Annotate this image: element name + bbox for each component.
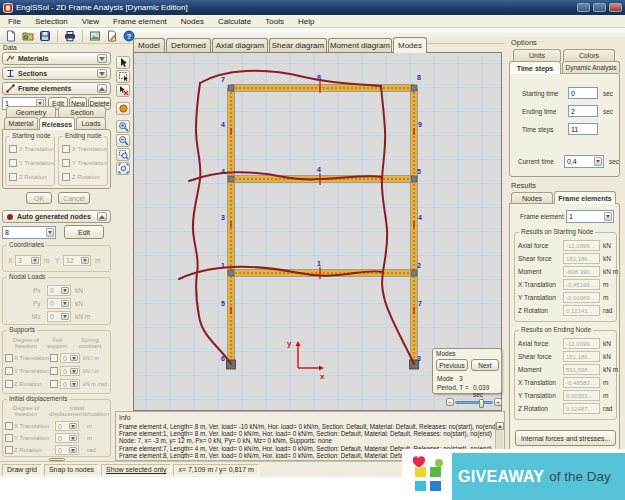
menu-view[interactable]: View: [82, 17, 99, 26]
time-steps-field[interactable]: 11: [568, 123, 598, 135]
menu-tools[interactable]: Tools: [265, 17, 284, 26]
maximize-icon[interactable]: [593, 3, 606, 12]
spinner-icon[interactable]: [70, 381, 78, 387]
tab-section[interactable]: Section: [58, 106, 106, 117]
zoom-extents-icon[interactable]: [116, 162, 130, 175]
current-time-select[interactable]: 0,4: [564, 155, 604, 168]
scroll-up-icon[interactable]: [496, 422, 504, 430]
tab-frame-elements[interactable]: Frame elements: [554, 191, 616, 204]
auto-node-select[interactable]: 8: [2, 226, 56, 239]
menu-frame-element[interactable]: Frame element: [113, 17, 167, 26]
dropdown-arrow-icon[interactable]: [46, 228, 54, 237]
coord-y-field[interactable]: 12: [63, 255, 91, 266]
menu-selection[interactable]: Selection: [35, 17, 68, 26]
initial-x-checkbox[interactable]: [5, 422, 13, 430]
open-file-icon[interactable]: [21, 29, 35, 43]
ok-button[interactable]: OK: [26, 192, 52, 204]
internal-forces-button[interactable]: Internal forces and stresses...: [515, 430, 616, 446]
end-y-translation-checkbox[interactable]: [62, 159, 70, 167]
dropdown-arrow-icon[interactable]: [604, 212, 612, 221]
print-icon[interactable]: [63, 29, 77, 43]
support-y-checkbox[interactable]: [5, 367, 13, 375]
chevron-up-icon[interactable]: [97, 212, 107, 221]
report-icon[interactable]: [105, 29, 119, 43]
initial-z-checkbox[interactable]: [5, 446, 13, 454]
end-x-translation-checkbox[interactable]: [62, 145, 70, 153]
support-z-spring-field[interactable]: 0: [60, 379, 80, 389]
spinner-icon[interactable]: [70, 368, 78, 374]
spinner-icon[interactable]: [69, 435, 77, 441]
marquee-select-icon[interactable]: [116, 70, 130, 83]
save-file-icon[interactable]: [38, 29, 52, 43]
initial-y-field[interactable]: 0: [55, 433, 79, 443]
zoom-out-icon[interactable]: [116, 134, 130, 147]
coord-x-field[interactable]: 3: [15, 255, 41, 266]
support-y-full-checkbox[interactable]: [50, 367, 58, 375]
delete-selection-icon[interactable]: [116, 84, 130, 97]
sections-section-header[interactable]: Sections: [2, 67, 111, 80]
support-z-full-checkbox[interactable]: [50, 380, 58, 388]
status-draw-grid[interactable]: Draw grid: [2, 464, 42, 476]
chevron-up-icon[interactable]: [97, 84, 107, 93]
zoom-slider[interactable]: − +: [446, 397, 502, 407]
cancel-button[interactable]: Cancel: [58, 192, 90, 204]
tab-model[interactable]: Model: [133, 38, 165, 52]
tab-releases[interactable]: Releases: [39, 117, 75, 130]
frame-element-result-select[interactable]: 1: [566, 210, 614, 223]
new-file-icon[interactable]: [4, 29, 18, 43]
support-z-checkbox[interactable]: [5, 380, 13, 388]
zoom-in-icon[interactable]: [116, 120, 130, 133]
status-snap-to-nodes[interactable]: Snap to nodes: [44, 464, 99, 476]
py-field[interactable]: 0: [47, 298, 71, 309]
zoom-window-icon[interactable]: [116, 148, 130, 161]
tab-deformed[interactable]: Deformed: [166, 38, 211, 52]
spinner-icon[interactable]: [69, 423, 77, 429]
tab-axial-diagram[interactable]: Axial diagram: [212, 38, 268, 52]
support-y-spring-field[interactable]: 0: [60, 366, 80, 376]
menu-file[interactable]: File: [8, 17, 21, 26]
giveaway-banner[interactable]: GIVEAWAY of the Day: [402, 449, 625, 500]
support-x-full-checkbox[interactable]: [50, 354, 58, 362]
initial-x-field[interactable]: 0: [55, 421, 79, 431]
title-bar[interactable]: EngiSSol - 2D Frame Analysis [Dynamic Ed…: [0, 0, 625, 15]
tab-loads[interactable]: Loads: [76, 117, 106, 129]
zoom-in-slider-button[interactable]: +: [494, 398, 502, 406]
frame-elements-section-header[interactable]: Frame elements: [2, 82, 111, 95]
start-y-translation-checkbox[interactable]: [9, 159, 17, 167]
menu-nodes[interactable]: Nodes: [181, 17, 204, 26]
spinner-icon[interactable]: [61, 300, 69, 307]
spinner-icon[interactable]: [70, 355, 78, 361]
spinner-icon[interactable]: [61, 287, 69, 294]
tab-modes[interactable]: Modes: [393, 37, 427, 53]
tab-time-steps[interactable]: Time steps: [509, 61, 561, 74]
support-x-checkbox[interactable]: [5, 354, 13, 362]
tab-colors[interactable]: Colors: [563, 49, 615, 61]
starting-time-field[interactable]: 0: [568, 87, 598, 99]
px-field[interactable]: 0: [47, 285, 71, 296]
mz-field[interactable]: 0: [47, 311, 71, 322]
zoom-slider-track[interactable]: [455, 401, 493, 404]
spinner-icon[interactable]: [61, 313, 69, 320]
end-z-rotation-checkbox[interactable]: [62, 173, 70, 181]
tab-material[interactable]: Material: [4, 117, 38, 129]
auto-node-edit-button[interactable]: Edit: [64, 225, 104, 239]
tab-geometry[interactable]: Geometry: [6, 106, 56, 117]
dropdown-arrow-icon[interactable]: [594, 157, 602, 166]
image-export-icon[interactable]: [88, 29, 102, 43]
menu-help[interactable]: Help: [298, 17, 314, 26]
start-z-rotation-checkbox[interactable]: [9, 173, 17, 181]
tab-moment-diagram[interactable]: Moment diagram: [328, 38, 392, 52]
chevron-down-icon[interactable]: [97, 54, 107, 63]
select-tool-icon[interactable]: [116, 56, 130, 69]
materials-section-header[interactable]: Materials: [2, 52, 111, 65]
ending-time-field[interactable]: 2: [568, 105, 598, 117]
spinner-icon[interactable]: [69, 447, 77, 453]
menu-calculate[interactable]: Calculate: [218, 17, 251, 26]
auto-nodes-section-header[interactable]: Auto generated nodes: [2, 210, 111, 223]
minimize-icon[interactable]: [577, 3, 590, 12]
close-icon[interactable]: [609, 3, 622, 12]
tab-dynamic-analysis[interactable]: Dynamic Analysis: [562, 61, 620, 73]
start-x-translation-checkbox[interactable]: [9, 145, 17, 153]
spinner-icon[interactable]: [31, 257, 39, 264]
tab-units[interactable]: Units: [513, 49, 561, 61]
